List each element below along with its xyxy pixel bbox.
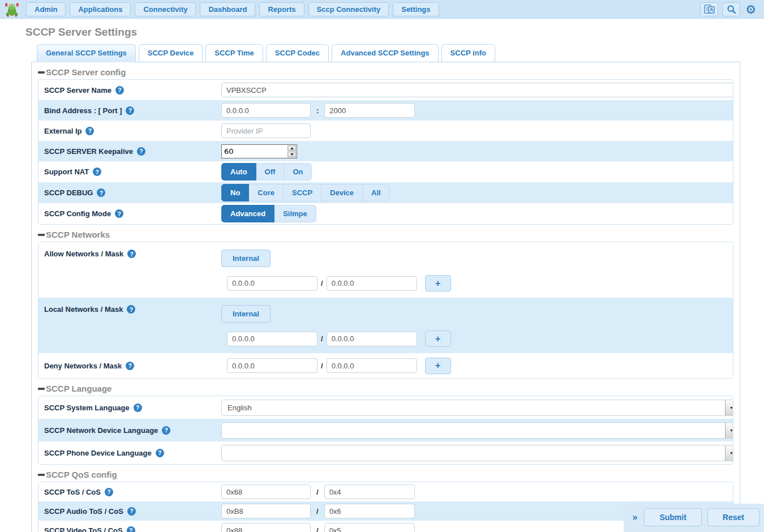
frog-logo[interactable] <box>2 1 22 18</box>
gear-icon[interactable]: ⚙ <box>745 3 756 15</box>
top-navbar: Admin Applications Connectivity Dashboar… <box>0 0 764 19</box>
qos-separator: / <box>316 507 319 516</box>
bind-address-input[interactable] <box>221 103 311 118</box>
config-mode-group: Advanced Silmpe <box>221 205 316 222</box>
help-icon[interactable]: ? <box>126 362 134 370</box>
nav-settings[interactable]: Settings <box>393 2 439 16</box>
help-icon[interactable]: ? <box>115 86 124 95</box>
debug-all-button[interactable]: All <box>363 184 390 201</box>
help-icon[interactable]: ? <box>134 404 142 412</box>
config-mode-label: SCCP Config Mode ? <box>44 209 221 218</box>
external-ip-label: External Ip ? <box>44 127 221 135</box>
collapse-chevrons-icon[interactable]: » <box>633 512 638 522</box>
search-icon[interactable] <box>722 2 740 16</box>
row-sccp-tos: SCCP ToS / CoS ? / <box>38 482 733 501</box>
help-icon[interactable]: ? <box>115 209 123 218</box>
audio-cos-input[interactable] <box>324 504 415 518</box>
sccp-debug-group: No Core SCCP Device All <box>221 184 390 201</box>
collapse-dash-icon[interactable] <box>38 474 45 476</box>
help-icon[interactable]: ? <box>105 488 113 496</box>
tab-sccp-info[interactable]: SCCP info <box>441 44 495 62</box>
audio-tos-input[interactable] <box>221 504 311 518</box>
help-icon[interactable]: ? <box>156 449 164 457</box>
help-icon[interactable]: ? <box>127 250 136 258</box>
deny-add-button[interactable]: + <box>425 358 451 374</box>
section-title-language: SCCP Language <box>38 384 733 393</box>
debug-no-button[interactable]: No <box>221 184 249 201</box>
row-config-mode: SCCP Config Mode ? Advanced Silmpe <box>38 203 733 224</box>
submit-button[interactable]: Submit <box>644 508 701 526</box>
sccp-tos-input[interactable] <box>221 484 311 499</box>
help-icon[interactable]: ? <box>93 168 101 176</box>
tab-sccp-time[interactable]: SCCP Time <box>205 44 263 62</box>
phone-device-language-select[interactable]: ▼ <box>221 445 733 461</box>
support-nat-on-button[interactable]: On <box>284 163 312 181</box>
tab-general-sccp-settings[interactable]: General SCCP Settings <box>37 44 136 62</box>
sccp-cos-input[interactable] <box>324 484 415 499</box>
local-add-button[interactable]: + <box>425 331 451 347</box>
tab-sccp-device[interactable]: SCCP Device <box>139 44 203 62</box>
help-icon[interactable]: ? <box>137 147 145 156</box>
bind-port-input[interactable] <box>324 103 415 118</box>
dropdown-arrow-icon[interactable]: ▼ <box>725 400 733 415</box>
local-network-input[interactable] <box>227 332 317 346</box>
video-cos-input[interactable] <box>324 523 415 532</box>
external-ip-input[interactable] <box>221 123 311 138</box>
collapse-dash-icon[interactable] <box>38 71 45 74</box>
network-mask-separator: / <box>321 362 323 370</box>
row-external-ip: External Ip ? <box>38 121 733 141</box>
help-icon[interactable]: ? <box>126 106 134 115</box>
dropdown-arrow-icon[interactable]: ▼ <box>725 423 733 438</box>
nav-reports[interactable]: Reports <box>259 2 304 16</box>
video-tos-input[interactable] <box>221 523 311 532</box>
deny-mask-input[interactable] <box>327 358 417 373</box>
spinner-down-icon[interactable] <box>287 152 296 157</box>
support-nat-off-button[interactable]: Off <box>256 163 285 181</box>
support-nat-label: Support NAT ? <box>44 168 221 176</box>
allow-network-input[interactable] <box>227 276 317 291</box>
tab-advanced-sccp-settings[interactable]: Advanced SCCP Settings <box>332 44 439 62</box>
help-icon[interactable]: ? <box>162 426 170 435</box>
local-internal-button[interactable]: Internal <box>221 305 271 323</box>
config-mode-simple-button[interactable]: Silmpe <box>274 205 316 222</box>
system-language-select[interactable]: English ▼ <box>221 400 733 416</box>
allow-add-button[interactable]: + <box>425 275 451 291</box>
row-network-device-language: SCCP Network Device Language ? ▼ <box>38 419 733 441</box>
reset-button[interactable]: Reset <box>707 508 759 526</box>
tab-sccp-codec[interactable]: SCCP Codec <box>266 44 329 62</box>
keepalive-input[interactable] <box>222 145 287 158</box>
config-mode-advanced-button[interactable]: Advanced <box>221 205 274 222</box>
dropdown-arrow-icon[interactable]: ▼ <box>725 445 733 461</box>
help-icon[interactable]: ? <box>97 188 105 197</box>
section-title-server-config: SCCP Server config <box>38 67 733 77</box>
system-language-label: SCCP System Language ? <box>44 404 221 412</box>
spinner-up-icon[interactable] <box>287 145 296 151</box>
help-icon[interactable]: ? <box>127 507 136 516</box>
allow-internal-button[interactable]: Internal <box>221 250 271 267</box>
nav-sccp-connectivity[interactable]: Sccp Connectivity <box>308 2 389 16</box>
support-nat-auto-button[interactable]: Auto <box>221 163 256 181</box>
nav-dashboard[interactable]: Dashboard <box>200 2 255 16</box>
debug-core-button[interactable]: Core <box>249 184 284 201</box>
section-title-text: SCCP Networks <box>46 230 110 239</box>
debug-sccp-button[interactable]: SCCP <box>284 184 321 201</box>
allow-mask-input[interactable] <box>327 276 417 291</box>
help-icon[interactable]: ? <box>127 305 135 314</box>
nav-connectivity[interactable]: Connectivity <box>135 2 196 16</box>
bind-address-label: Bind Address : [ Port ] ? <box>44 106 221 115</box>
help-icon[interactable]: ? <box>127 526 135 532</box>
server-name-input[interactable] <box>221 83 733 97</box>
allow-networks-label: Allow Networks / Mask ? <box>44 250 221 258</box>
collapse-dash-icon[interactable] <box>38 234 45 236</box>
nav-admin[interactable]: Admin <box>26 2 66 16</box>
sccp-tos-label: SCCP ToS / CoS ? <box>44 488 221 496</box>
help-icon[interactable]: ? <box>85 127 94 135</box>
debug-device-button[interactable]: Device <box>321 184 363 201</box>
language-icon[interactable]: A <box>700 2 718 16</box>
network-device-language-select[interactable]: ▼ <box>221 422 733 439</box>
local-mask-input[interactable] <box>327 332 417 346</box>
nav-applications[interactable]: Applications <box>70 2 131 16</box>
deny-network-input[interactable] <box>227 358 317 373</box>
sccp-debug-label: SCCP DEBUG ? <box>44 188 221 197</box>
collapse-dash-icon[interactable] <box>38 388 45 390</box>
